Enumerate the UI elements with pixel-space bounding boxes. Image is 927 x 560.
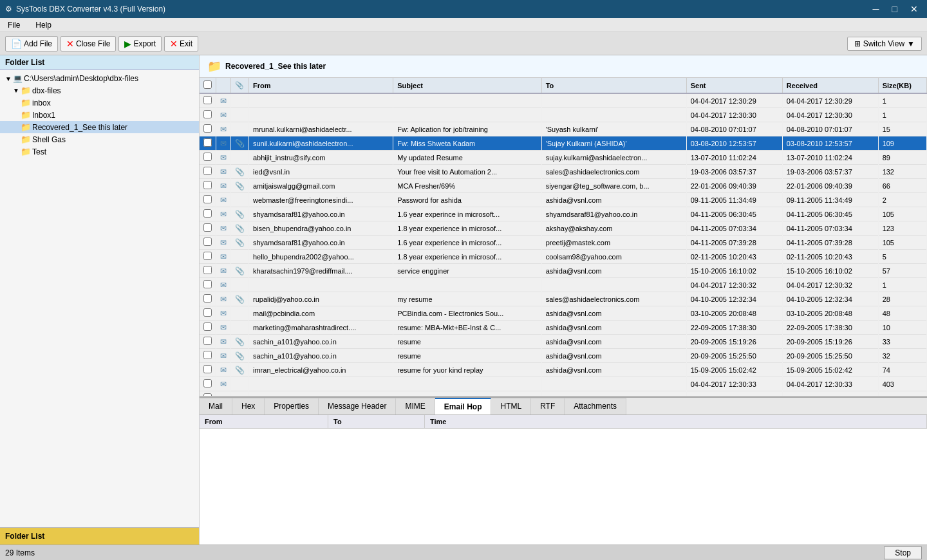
tab-attachments[interactable]: Attachments	[565, 398, 626, 415]
table-row[interactable]: ✉ abhijit_instru@sify.com My updated Res…	[200, 151, 927, 165]
table-row[interactable]: ✉ 📎 ied@vsnl.in Your free visit to Autom…	[200, 165, 927, 179]
row-checkbox-cell[interactable]	[200, 165, 216, 179]
row-checkbox[interactable]	[203, 223, 212, 232]
row-checkbox-cell[interactable]	[200, 108, 216, 122]
row-checkbox[interactable]	[203, 379, 212, 387]
tree-item-dbxfiles[interactable]: ▼ 📁 dbx-files	[0, 84, 199, 97]
row-checkbox[interactable]	[203, 181, 212, 189]
close-file-button[interactable]: ✕ Close File	[61, 36, 116, 51]
tree-item-recovered[interactable]: 📁 Recovered_1_See this later	[0, 121, 199, 133]
row-checkbox[interactable]	[203, 124, 212, 133]
table-row[interactable]: ✉ hello_bhupendra2002@yahoo... 1.8 year …	[200, 250, 927, 264]
row-checkbox-cell[interactable]	[200, 363, 216, 377]
table-row[interactable]: ✉ 📎 imran_electrical@yahoo.co.in resume …	[200, 363, 927, 377]
table-row[interactable]: ✉ 04-04-2017 12:30:30 04-04-2017 12:30:3…	[200, 108, 927, 122]
row-checkbox[interactable]	[203, 96, 212, 104]
row-checkbox[interactable]	[203, 138, 212, 147]
tab-email-hop[interactable]: Email Hop	[435, 398, 492, 415]
table-row[interactable]: ✉ 📎 kharatsachin1979@rediffmail.... serv…	[200, 264, 927, 278]
tab-mime[interactable]: MIME	[396, 398, 435, 415]
col-checkbox[interactable]	[200, 78, 216, 93]
table-row[interactable]: ✉ marketing@maharashtradirect.... resume…	[200, 321, 927, 335]
row-checkbox-cell[interactable]	[200, 321, 216, 335]
table-row[interactable]: ✉ 📎 amitjaiswalgg@gmail.com MCA Fresher/…	[200, 179, 927, 193]
row-checkbox[interactable]	[203, 238, 212, 246]
table-row[interactable]: ✉ mail@pcbindia.com PCBindia.com - Elect…	[200, 306, 927, 321]
row-checkbox-cell[interactable]	[200, 278, 216, 292]
tab-message-header[interactable]: Message Header	[319, 398, 396, 415]
stop-button[interactable]: Stop	[884, 546, 922, 559]
tree-item-inbox1[interactable]: 📁 Inbox1	[0, 109, 199, 121]
row-checkbox-cell[interactable]	[200, 335, 216, 349]
menu-file[interactable]: File	[5, 20, 23, 30]
row-checkbox[interactable]	[203, 153, 212, 161]
row-checkbox-cell[interactable]	[200, 306, 216, 321]
row-checkbox-cell[interactable]	[200, 122, 216, 136]
col-received[interactable]: Received	[782, 78, 878, 93]
row-checkbox[interactable]	[203, 110, 212, 118]
row-checkbox[interactable]	[203, 252, 212, 260]
tree-item-path[interactable]: ▼ 💻 C:\Users\admin\Desktop\dbx-files	[0, 73, 199, 84]
row-checkbox[interactable]	[203, 195, 212, 203]
row-checkbox-cell[interactable]	[200, 349, 216, 363]
table-row[interactable]: ✉ 📎 sachin_a101@yahoo.co.in resume ashid…	[200, 335, 927, 349]
col-from[interactable]: From	[249, 78, 393, 93]
table-row[interactable]: ✉ 📎 sachin_a101@yahoo.co.in resume ashid…	[200, 349, 927, 363]
row-checkbox-cell[interactable]	[200, 250, 216, 264]
row-checkbox[interactable]	[203, 351, 212, 359]
tree-item-inbox[interactable]: 📁 inbox	[0, 97, 199, 109]
tree-item-test[interactable]: 📁 Test	[0, 145, 199, 158]
table-row[interactable]: ✉ 📎 shyamdsaraf81@yahoo.co.in 1.6 year e…	[200, 236, 927, 250]
table-row[interactable]: ✉ 04-04-2017 12:30:33 04-04-2017 12:30:3…	[200, 377, 927, 391]
table-row[interactable]: ✉ 📎 bisen_bhupendra@yahoo.co.in 1.8 year…	[200, 221, 927, 236]
row-checkbox-cell[interactable]	[200, 221, 216, 236]
row-checkbox[interactable]	[203, 337, 212, 345]
row-checkbox[interactable]	[203, 209, 212, 218]
row-checkbox[interactable]	[203, 167, 212, 175]
row-checkbox[interactable]	[203, 294, 212, 303]
row-checkbox-cell[interactable]	[200, 391, 216, 397]
col-icon[interactable]	[216, 78, 231, 93]
table-row[interactable]: ✉ 📎 shyamdsaraf81@yahoo.co.in 1.6 year e…	[200, 207, 927, 221]
col-subject[interactable]: Subject	[393, 78, 541, 93]
maximize-button[interactable]: □	[888, 4, 901, 14]
tab-html[interactable]: HTML	[491, 398, 531, 415]
row-checkbox-cell[interactable]	[200, 207, 216, 221]
switch-view-button[interactable]: ⊞ Switch View ▼	[847, 37, 922, 51]
close-button[interactable]: ✕	[906, 4, 922, 14]
row-checkbox-cell[interactable]	[200, 93, 216, 108]
table-row[interactable]: ✉ bill@tataindicom.com {Spam?} Your Tata…	[200, 391, 927, 397]
row-checkbox-cell[interactable]	[200, 236, 216, 250]
table-row[interactable]: ✉ 📎 rupalidj@yahoo.co.in my resume sales…	[200, 292, 927, 306]
menu-help[interactable]: Help	[33, 20, 54, 30]
tab-properties[interactable]: Properties	[265, 398, 319, 415]
row-checkbox-cell[interactable]	[200, 179, 216, 193]
exit-button[interactable]: ✕ Exit	[164, 36, 198, 51]
row-checkbox[interactable]	[203, 322, 212, 331]
tab-rtf[interactable]: RTF	[531, 398, 565, 415]
row-checkbox-cell[interactable]	[200, 377, 216, 391]
table-row[interactable]: ✉ webmaster@freeringtonesindi... Passwor…	[200, 193, 927, 207]
table-row[interactable]: ✉ 04-04-2017 12:30:32 04-04-2017 12:30:3…	[200, 278, 927, 292]
hop-body[interactable]	[200, 429, 927, 545]
row-checkbox-cell[interactable]	[200, 264, 216, 278]
sidebar-bottom-label[interactable]: Folder List	[0, 527, 199, 545]
row-checkbox[interactable]	[203, 280, 212, 288]
col-to[interactable]: To	[541, 78, 686, 93]
email-table-wrapper[interactable]: 📎 From Subject To Sent Received Size(KB)…	[200, 78, 927, 397]
tree-item-shellgas[interactable]: 📁 Shell Gas	[0, 133, 199, 145]
tab-mail[interactable]: Mail	[200, 398, 232, 415]
row-checkbox-cell[interactable]	[200, 151, 216, 165]
table-row[interactable]: ✉ 04-04-2017 12:30:29 04-04-2017 12:30:2…	[200, 93, 927, 108]
add-file-button[interactable]: 📄 Add File	[5, 36, 58, 51]
row-checkbox-cell[interactable]	[200, 193, 216, 207]
minimize-button[interactable]: ─	[869, 4, 883, 14]
row-checkbox[interactable]	[203, 266, 212, 274]
tab-hex[interactable]: Hex	[232, 398, 265, 415]
row-checkbox-cell[interactable]	[200, 292, 216, 306]
row-checkbox-cell[interactable]	[200, 136, 216, 151]
row-checkbox[interactable]	[203, 365, 212, 373]
select-all-checkbox[interactable]	[203, 80, 212, 89]
col-sent[interactable]: Sent	[686, 78, 782, 93]
table-row[interactable]: ✉ mrunal.kulkarni@ashidaelectr... Fw: Ap…	[200, 122, 927, 136]
